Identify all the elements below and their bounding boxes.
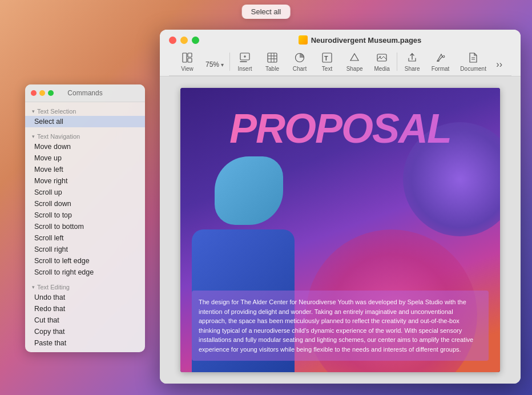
minimize-button[interactable]: [180, 37, 188, 44]
command-move-left[interactable]: Move left: [25, 164, 145, 175]
command-scroll-to-top[interactable]: Scroll to top: [25, 209, 145, 221]
commands-title: Commands: [67, 89, 102, 97]
document-heading: PROPOSAL: [180, 105, 500, 152]
commands-panel: Commands ▾ Text Selection Select all ▾ T…: [25, 84, 145, 352]
document-button[interactable]: Document: [455, 49, 491, 75]
maximize-icon-small[interactable]: [48, 90, 54, 96]
traffic-lights: [169, 37, 199, 44]
command-undo[interactable]: Undo that: [25, 292, 145, 303]
select-all-button[interactable]: Select all: [242, 5, 291, 19]
table-button[interactable]: Table: [259, 49, 286, 75]
titlebar-top: Neurodivergent Museum.pages: [169, 35, 511, 45]
text-button[interactable]: T Text: [313, 49, 341, 75]
section-text-selection: ▾ Text Selection: [25, 106, 145, 116]
format-icon: [436, 53, 446, 65]
command-move-right[interactable]: Move right: [25, 175, 145, 187]
decorative-blob: [215, 156, 283, 225]
section-label: Text Selection: [37, 108, 76, 115]
chevron-icon-3: ▾: [32, 284, 35, 290]
view-label: View: [181, 66, 194, 72]
command-scroll-to-bottom[interactable]: Scroll to bottom: [25, 221, 145, 232]
command-redo[interactable]: Redo that: [25, 303, 145, 315]
window-titlebar: Neurodivergent Museum.pages View 75% ▾: [160, 30, 521, 76]
section-text-navigation: ▾ Text Navigation: [25, 131, 145, 141]
window-title: Neurodivergent Museum.pages: [208, 35, 511, 45]
shape-icon: [349, 53, 360, 65]
command-paste[interactable]: Paste that: [25, 337, 145, 349]
window-title-text: Neurodivergent Museum.pages: [311, 36, 422, 45]
svg-rect-7: [268, 53, 277, 62]
close-button[interactable]: [169, 37, 176, 44]
media-icon: [377, 53, 387, 65]
document-area: PROPOSAL The design for The Alder Center…: [160, 76, 521, 384]
chevron-icon-2: ▾: [32, 134, 35, 139]
format-label: Format: [432, 66, 450, 72]
share-label: Share: [405, 66, 420, 72]
pages-window: Neurodivergent Museum.pages View 75% ▾: [160, 30, 521, 384]
share-icon: [407, 53, 417, 65]
insert-label: Insert: [237, 66, 252, 72]
svg-rect-0: [183, 53, 187, 62]
zoom-value: 75%: [205, 61, 219, 68]
view-button[interactable]: View: [174, 49, 201, 75]
section-label-2: Text Navigation: [37, 133, 80, 140]
text-label: Text: [322, 66, 332, 72]
command-scroll-up[interactable]: Scroll up: [25, 187, 145, 198]
document-body: The design for The Alder Center for Neur…: [192, 291, 489, 361]
svg-rect-1: [188, 53, 192, 57]
media-button[interactable]: Media: [368, 49, 396, 75]
traffic-lights-small: [31, 90, 54, 96]
table-label: Table: [265, 66, 279, 72]
format-button[interactable]: Format: [426, 49, 455, 75]
maximize-button[interactable]: [192, 37, 199, 44]
chart-button[interactable]: Chart: [286, 49, 313, 75]
insert-button[interactable]: Insert: [231, 49, 259, 75]
view-icon: [182, 53, 192, 65]
share-button[interactable]: Share: [398, 49, 426, 75]
command-select-all[interactable]: Select all: [25, 116, 145, 127]
shape-label: Shape: [346, 66, 363, 72]
table-icon: [267, 53, 277, 65]
insert-icon: [240, 53, 250, 65]
media-label: Media: [374, 66, 390, 72]
commands-titlebar: Commands: [25, 84, 145, 102]
section-text-editing: ▾ Text Editing: [25, 281, 145, 292]
toolbar-divider-2: [397, 53, 397, 71]
chart-icon: [295, 53, 305, 65]
command-scroll-left[interactable]: Scroll left: [25, 232, 145, 244]
text-icon: T: [322, 53, 332, 65]
toolbar-divider-1: [229, 53, 230, 71]
command-scroll-down[interactable]: Scroll down: [25, 198, 145, 209]
command-scroll-right[interactable]: Scroll right: [25, 244, 145, 255]
command-copy[interactable]: Copy that: [25, 326, 145, 337]
chevron-icon: ▾: [32, 108, 35, 114]
toolbar: View 75% ▾ Insert: [169, 49, 511, 76]
command-move-up[interactable]: Move up: [25, 152, 145, 164]
command-cut[interactable]: Cut that: [25, 315, 145, 326]
page-background: PROPOSAL The design for The Alder Center…: [180, 88, 500, 372]
pages-app-icon: [299, 35, 308, 45]
document-icon: [468, 53, 478, 65]
more-button[interactable]: ››: [491, 56, 507, 75]
command-scroll-left-edge[interactable]: Scroll to left edge: [25, 255, 145, 267]
body-text: The design for The Alder Center for Neur…: [199, 297, 482, 354]
shape-button[interactable]: Shape: [341, 49, 368, 75]
document-page: PROPOSAL The design for The Alder Center…: [180, 88, 500, 372]
svg-text:T: T: [324, 55, 328, 62]
minimize-icon-small[interactable]: [39, 90, 45, 96]
document-label: Document: [460, 66, 486, 72]
section-label-3: Text Editing: [37, 284, 70, 291]
commands-content: ▾ Text Selection Select all ▾ Text Navig…: [25, 102, 145, 352]
command-move-down[interactable]: Move down: [25, 141, 145, 152]
zoom-chevron-icon: ▾: [221, 62, 224, 68]
svg-rect-2: [188, 58, 192, 62]
close-icon-small[interactable]: [31, 90, 37, 96]
command-scroll-right-edge[interactable]: Scroll to right edge: [25, 267, 145, 278]
chart-label: Chart: [293, 66, 307, 72]
zoom-selector[interactable]: 75% ▾: [201, 57, 228, 72]
